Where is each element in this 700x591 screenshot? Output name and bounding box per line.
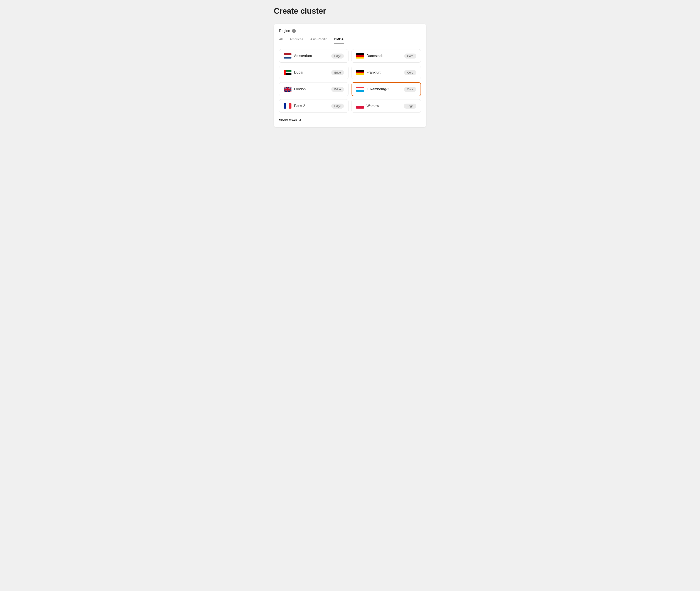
flag-fr-paris bbox=[283, 104, 292, 109]
region-item-dubai[interactable]: Dubai Edge bbox=[279, 66, 348, 79]
show-fewer-button[interactable]: Show fewer ∧ bbox=[279, 118, 421, 122]
badge-london: Edge bbox=[331, 87, 344, 92]
tabs-container: All Americas Asia-Pacific EMEA bbox=[279, 37, 421, 44]
region-name-london: London bbox=[294, 87, 306, 91]
flag-ae-dubai bbox=[283, 70, 292, 75]
badge-dubai: Edge bbox=[331, 70, 344, 75]
region-item-frankfurt[interactable]: Frankfurt Core bbox=[352, 66, 421, 79]
badge-frankfurt: Core bbox=[404, 70, 417, 75]
tab-emea[interactable]: EMEA bbox=[334, 37, 344, 44]
region-item-luxembourg-2[interactable]: Luxembourg-2 Core bbox=[352, 82, 421, 96]
flag-lu-luxembourg bbox=[356, 86, 364, 92]
badge-paris-2: Edge bbox=[331, 104, 344, 109]
show-fewer-label: Show fewer bbox=[279, 118, 297, 122]
region-label-text: Region bbox=[279, 29, 290, 33]
svg-rect-3 bbox=[283, 70, 285, 75]
region-item-darmstadt[interactable]: Darmstadt Core bbox=[352, 49, 421, 63]
flag-pl-warsaw bbox=[356, 104, 364, 109]
flag-de-darmstadt bbox=[356, 53, 364, 59]
region-item-amsterdam[interactable]: Amsterdam Edge bbox=[279, 49, 348, 63]
region-name-darmstadt: Darmstadt bbox=[367, 54, 383, 58]
badge-luxembourg-2: Core bbox=[404, 87, 416, 92]
region-name-amsterdam: Amsterdam bbox=[294, 54, 312, 58]
region-item-warsaw[interactable]: Warsaw Edge bbox=[352, 99, 421, 113]
tab-all[interactable]: All bbox=[279, 37, 283, 44]
region-name-luxembourg-2: Luxembourg-2 bbox=[367, 87, 389, 91]
regions-grid: Amsterdam Edge Darmstadt Core bbox=[279, 49, 421, 113]
tab-americas[interactable]: Americas bbox=[290, 37, 303, 44]
tab-asia-pacific[interactable]: Asia-Pacific bbox=[310, 37, 327, 44]
page-container: Create cluster Region i All Americas Asi… bbox=[274, 6, 426, 127]
badge-amsterdam: Edge bbox=[331, 54, 344, 59]
region-card-container: Region i All Americas Asia-Pacific EMEA … bbox=[274, 24, 426, 127]
badge-warsaw: Edge bbox=[404, 104, 417, 109]
region-item-london[interactable]: London Edge bbox=[279, 82, 348, 96]
flag-nl-amsterdam bbox=[283, 53, 292, 59]
region-label: Region i bbox=[279, 29, 421, 33]
badge-darmstadt: Core bbox=[404, 54, 417, 59]
page-title: Create cluster bbox=[274, 6, 426, 19]
flag-de-frankfurt bbox=[356, 70, 364, 75]
region-name-paris-2: Paris-2 bbox=[294, 104, 305, 108]
region-name-dubai: Dubai bbox=[294, 70, 303, 74]
region-name-warsaw: Warsaw bbox=[367, 104, 379, 108]
chevron-up-icon: ∧ bbox=[299, 118, 302, 122]
svg-rect-12 bbox=[283, 89, 292, 90]
info-icon[interactable]: i bbox=[292, 29, 296, 33]
region-item-paris-2[interactable]: Paris-2 Edge bbox=[279, 99, 348, 113]
flag-gb-london bbox=[283, 86, 292, 92]
region-name-frankfurt: Frankfurt bbox=[367, 70, 380, 74]
